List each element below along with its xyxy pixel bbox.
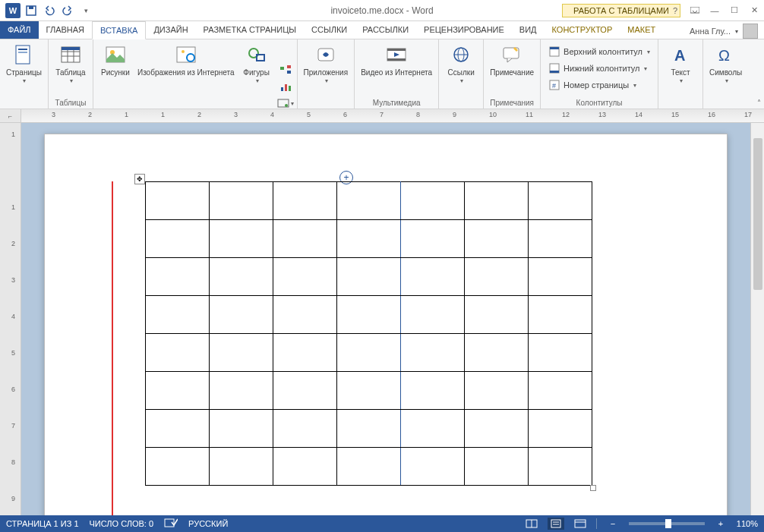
table-cell[interactable] <box>337 334 401 372</box>
table-cell[interactable] <box>401 182 465 220</box>
table-cell[interactable] <box>465 258 529 296</box>
vertical-scrollbar[interactable] <box>750 123 764 515</box>
status-word-count[interactable]: ЧИСЛО СЛОВ: 0 <box>90 519 154 528</box>
vertical-ruler[interactable]: 112345678910 <box>0 123 21 515</box>
table-cell[interactable] <box>273 258 337 296</box>
pictures-button[interactable]: Рисунки <box>96 41 134 79</box>
table-row[interactable] <box>146 220 592 258</box>
zoom-in-button[interactable]: + <box>712 518 729 530</box>
table-resize-handle[interactable] <box>590 485 596 491</box>
table-cell[interactable] <box>273 220 337 258</box>
table-cell[interactable] <box>337 448 401 486</box>
minimize-button[interactable]: — <box>705 2 725 19</box>
table-row[interactable] <box>146 296 592 334</box>
table-cell[interactable] <box>401 296 465 334</box>
table-cell[interactable] <box>401 372 465 410</box>
symbols-button[interactable]: Ω Символы <box>706 41 745 86</box>
tab-insert[interactable]: ВСТАВКА <box>92 21 146 39</box>
table-row[interactable] <box>146 334 592 372</box>
zoom-out-button[interactable]: − <box>605 518 621 530</box>
table-cell[interactable] <box>529 220 592 258</box>
online-video-button[interactable]: Видео из Интернета <box>358 41 435 79</box>
table-cell[interactable] <box>273 448 337 486</box>
table-cell[interactable] <box>401 410 465 448</box>
undo-button[interactable] <box>41 2 58 19</box>
comment-button[interactable]: Примечание <box>487 41 537 79</box>
table-cell[interactable] <box>146 258 210 296</box>
table-cell[interactable] <box>273 410 337 448</box>
table-cell[interactable] <box>529 410 592 448</box>
table-button[interactable]: Таблица <box>52 41 90 86</box>
screenshot-button[interactable] <box>277 96 294 111</box>
document-table[interactable] <box>145 181 592 486</box>
zoom-level[interactable]: 110% <box>737 519 758 528</box>
maximize-button[interactable]: ☐ <box>725 2 744 19</box>
apps-button[interactable]: Приложения <box>301 41 352 86</box>
table-cell[interactable] <box>210 410 273 448</box>
table-cell[interactable] <box>210 296 273 334</box>
table-row[interactable] <box>146 372 592 410</box>
table-cell[interactable] <box>210 372 273 410</box>
shapes-button[interactable]: Фигуры <box>238 41 276 86</box>
spellcheck-icon[interactable] <box>164 518 178 530</box>
tab-page-layout[interactable]: РАЗМЕТКА СТРАНИЦЫ <box>196 20 304 39</box>
page-scroll[interactable]: ✥ + <box>21 123 750 515</box>
table-cell[interactable] <box>273 182 337 220</box>
table-cell[interactable] <box>465 448 529 486</box>
tab-references[interactable]: ССЫЛКИ <box>304 20 355 39</box>
pages-button[interactable]: Страницы <box>3 41 45 86</box>
table-cell[interactable] <box>146 220 210 258</box>
chart-button[interactable] <box>277 79 294 94</box>
table-cell[interactable] <box>337 296 401 334</box>
user-area[interactable]: Анна Глу... ▾ <box>690 24 764 39</box>
table-cell[interactable] <box>529 448 592 486</box>
tab-mailings[interactable]: РАССЫЛКИ <box>355 20 416 39</box>
links-button[interactable]: Ссылки <box>442 41 480 86</box>
table-move-handle[interactable]: ✥ <box>134 174 145 184</box>
page-number-button[interactable]: #Номер страницы <box>545 77 653 93</box>
tab-design[interactable]: ДИЗАЙН <box>146 20 195 39</box>
table-cell[interactable] <box>273 334 337 372</box>
print-layout-button[interactable] <box>548 518 564 530</box>
tab-table-design[interactable]: КОНСТРУКТОР <box>545 20 620 39</box>
table-cell[interactable] <box>210 182 273 220</box>
status-language[interactable]: РУССКИЙ <box>188 519 228 528</box>
smartart-button[interactable] <box>277 62 294 77</box>
table-cell[interactable] <box>210 334 273 372</box>
table-cell[interactable] <box>146 334 210 372</box>
table-cell[interactable] <box>529 182 592 220</box>
tab-table-layout[interactable]: МАКЕТ <box>620 20 663 39</box>
collapse-ribbon-button[interactable]: ˄ <box>757 99 761 107</box>
tab-view[interactable]: ВИД <box>512 20 545 39</box>
table-cell[interactable] <box>401 448 465 486</box>
table-cell[interactable] <box>465 220 529 258</box>
save-button[interactable] <box>23 2 39 19</box>
scrollbar-thumb[interactable] <box>753 138 762 290</box>
table-row[interactable] <box>146 410 592 448</box>
table-cell[interactable] <box>337 220 401 258</box>
page[interactable]: ✥ + <box>44 134 728 515</box>
qat-customize-button[interactable]: ▾ <box>77 2 94 19</box>
word-app-icon[interactable]: W <box>5 2 21 19</box>
redo-button[interactable] <box>59 2 76 19</box>
ribbon-options-button[interactable] <box>685 2 705 19</box>
table-row[interactable] <box>146 448 592 486</box>
tab-file[interactable]: ФАЙЛ <box>0 20 39 39</box>
text-button[interactable]: A Текст <box>661 41 699 86</box>
table-cell[interactable] <box>210 220 273 258</box>
table-cell[interactable] <box>529 296 592 334</box>
table-cell[interactable] <box>465 410 529 448</box>
table-cell[interactable] <box>337 182 401 220</box>
table-cell[interactable] <box>465 334 529 372</box>
table-cell[interactable] <box>146 410 210 448</box>
table-cell[interactable] <box>146 372 210 410</box>
tab-review[interactable]: РЕЦЕНЗИРОВАНИЕ <box>416 20 512 39</box>
footer-button[interactable]: Нижний колонтитул <box>545 61 653 76</box>
help-button[interactable]: ? <box>665 2 685 19</box>
table-cell[interactable] <box>146 296 210 334</box>
table-cell[interactable] <box>146 448 210 486</box>
table-cell[interactable] <box>210 448 273 486</box>
online-pictures-button[interactable]: Изображения из Интернета <box>134 41 238 79</box>
table-cell[interactable] <box>401 258 465 296</box>
table-cell[interactable] <box>529 334 592 372</box>
